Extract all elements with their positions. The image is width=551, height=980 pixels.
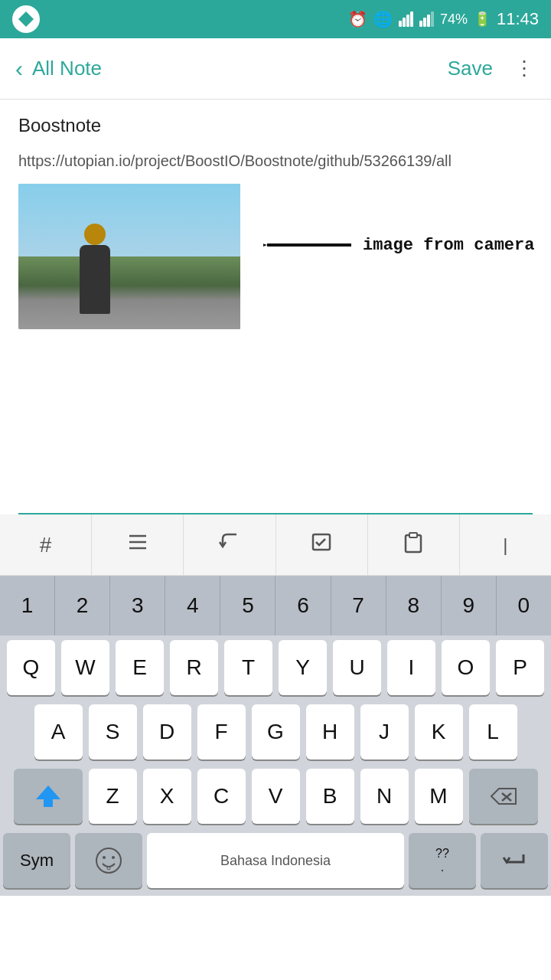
key-c[interactable]: C <box>197 769 246 824</box>
backspace-key[interactable] <box>469 769 538 824</box>
key-u[interactable]: U <box>333 640 381 695</box>
key-i[interactable]: I <box>387 640 435 695</box>
checkbox-button[interactable] <box>276 514 368 576</box>
svg-point-12 <box>103 856 106 859</box>
all-note-link[interactable]: All Note <box>32 57 102 80</box>
asdf-row: A S D F G H J K L <box>0 700 551 764</box>
key-w[interactable]: W <box>61 640 109 695</box>
emoji-key[interactable] <box>75 833 142 888</box>
key-g[interactable]: G <box>252 704 300 760</box>
space-label: Bahasa Indonesia <box>220 853 331 869</box>
key-y[interactable]: Y <box>279 640 327 695</box>
key-1[interactable]: 1 <box>0 576 55 635</box>
battery-icon: 🔋 <box>474 11 491 28</box>
separator-icon: | <box>503 534 507 556</box>
zxcv-row: Z X C V B N M <box>0 764 551 828</box>
key-h[interactable]: H <box>306 704 354 760</box>
key-x[interactable]: X <box>143 769 191 824</box>
key-3[interactable]: 3 <box>110 576 165 635</box>
key-6[interactable]: 6 <box>276 576 331 635</box>
more-options-button[interactable]: ⋮ <box>514 57 536 80</box>
globe-icon: 🌐 <box>373 10 393 28</box>
note-content[interactable]: Boostnote https://utopian.io/project/Boo… <box>0 100 551 513</box>
svg-point-11 <box>96 848 121 873</box>
key-9[interactable]: 9 <box>442 576 497 635</box>
status-bar: ⏰ 🌐 74% 🔋 11:43 <box>0 0 551 38</box>
key-b[interactable]: B <box>306 769 354 824</box>
enter-key[interactable] <box>481 833 548 888</box>
signal-icon-2 <box>419 11 434 27</box>
key-n[interactable]: N <box>360 769 409 824</box>
key-f[interactable]: F <box>197 704 246 760</box>
clipboard-button[interactable] <box>368 514 460 576</box>
number-row: 1 2 3 4 5 6 7 8 9 0 <box>0 576 551 635</box>
key-k[interactable]: K <box>415 704 463 760</box>
status-bar-right: ⏰ 🌐 74% 🔋 11:43 <box>348 9 539 29</box>
key-s[interactable]: S <box>89 704 137 760</box>
key-z[interactable]: Z <box>89 769 137 824</box>
camera-annotation: image from camera <box>263 230 534 260</box>
app-bar: ‹ All Note Save ⋮ <box>0 38 551 100</box>
editor-toolbar: # <box>0 514 551 576</box>
person-silhouette <box>80 245 110 314</box>
extra-button[interactable]: | <box>460 514 551 576</box>
note-image <box>18 184 240 329</box>
key-q[interactable]: Q <box>7 640 55 695</box>
sym-key[interactable]: Sym <box>3 833 70 888</box>
key-o[interactable]: O <box>442 640 490 695</box>
signal-icon <box>399 11 413 27</box>
key-l[interactable]: L <box>469 704 517 760</box>
alarm-icon: ⏰ <box>348 10 367 28</box>
checkbox-icon <box>310 531 333 558</box>
app-logo <box>12 5 40 33</box>
arrow-left-icon <box>263 230 355 260</box>
key-0[interactable]: 0 <box>497 576 551 635</box>
undo-button[interactable] <box>184 514 276 576</box>
key-p[interactable]: P <box>496 640 544 695</box>
annotation-text: image from camera <box>363 236 534 255</box>
key-t[interactable]: T <box>224 640 272 695</box>
period-label: ??. <box>435 847 449 874</box>
key-4[interactable]: 4 <box>165 576 220 635</box>
status-bar-left <box>12 5 40 33</box>
key-2[interactable]: 2 <box>55 576 110 635</box>
note-image-container: image from camera <box>18 184 533 329</box>
battery-text: 74% <box>440 11 468 28</box>
key-5[interactable]: 5 <box>220 576 276 635</box>
key-7[interactable]: 7 <box>331 576 386 635</box>
back-button[interactable]: ‹ <box>15 56 23 82</box>
undo-icon <box>217 531 243 558</box>
svg-rect-7 <box>409 533 417 537</box>
period-key[interactable]: ??. <box>409 833 476 888</box>
app-bar-left[interactable]: ‹ All Note <box>15 56 102 82</box>
clipboard-icon <box>403 531 424 559</box>
list-icon <box>126 531 149 558</box>
key-r[interactable]: R <box>170 640 218 695</box>
clock-time: 11:43 <box>497 9 539 29</box>
key-v[interactable]: V <box>252 769 300 824</box>
svg-point-13 <box>112 856 115 859</box>
hashtag-button[interactable]: # <box>0 514 92 576</box>
app-bar-right: Save ⋮ <box>448 57 536 80</box>
key-e[interactable]: E <box>116 640 164 695</box>
key-8[interactable]: 8 <box>386 576 442 635</box>
keyboard: 1 2 3 4 5 6 7 8 9 0 Q W E R T Y U I O P … <box>0 576 551 896</box>
note-link: https://utopian.io/project/BoostIO/Boost… <box>18 150 533 172</box>
key-d[interactable]: D <box>143 704 191 760</box>
list-button[interactable] <box>92 514 184 576</box>
svg-marker-8 <box>36 786 60 807</box>
qwerty-row: Q W E R T Y U I O P <box>0 635 551 700</box>
bottom-row: Sym Bahasa Indonesia ??. <box>0 828 551 896</box>
save-button[interactable]: Save <box>448 57 493 80</box>
key-a[interactable]: A <box>34 704 83 760</box>
space-key[interactable]: Bahasa Indonesia <box>147 833 404 888</box>
note-title: Boostnote <box>18 115 533 136</box>
hashtag-icon: # <box>40 533 52 557</box>
key-m[interactable]: M <box>415 769 463 824</box>
key-j[interactable]: J <box>360 704 409 760</box>
shift-key[interactable] <box>14 769 83 824</box>
